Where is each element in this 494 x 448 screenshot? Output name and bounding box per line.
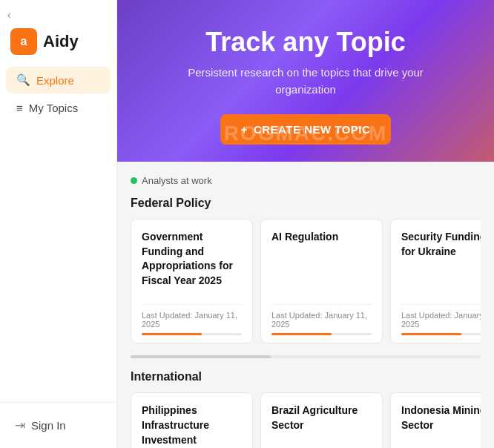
- card-indonesia-mining[interactable]: Indonesia Mining Sector Last Updated: Ja…: [390, 392, 481, 448]
- federal-policy-cards: Government Funding and Appropriations fo…: [131, 219, 481, 343]
- card-security-funding-updated: Last Updated: January 11, 2025: [401, 304, 481, 329]
- explore-icon: 🔍: [16, 73, 30, 87]
- card-gov-funding-progress-bar: [142, 333, 202, 335]
- federal-policy-scrollbar: [131, 355, 481, 358]
- main-content: Track any Topic Persistent research on t…: [117, 0, 494, 448]
- sidebar: ‹ a Aidy 🔍 Explore ≡ My Topics ⇥ Sign In: [0, 0, 117, 448]
- sidebar-nav: 🔍 Explore ≡ My Topics: [0, 65, 116, 122]
- federal-policy-title: Federal Policy: [131, 197, 481, 210]
- federal-policy-section: Federal Policy Government Funding and Ap…: [131, 197, 481, 358]
- analysts-label: Analysts at work: [142, 175, 212, 186]
- sidebar-item-explore-label: Explore: [36, 74, 74, 87]
- hero-section: Track any Topic Persistent research on t…: [117, 0, 494, 162]
- card-ai-regulation-updated: Last Updated: January 11, 2025: [271, 304, 372, 329]
- federal-policy-scrollbar-thumb: [131, 355, 271, 358]
- international-cards: Philippines Infrastructure Investment La…: [131, 392, 481, 448]
- collapse-icon: ‹: [7, 9, 11, 21]
- card-gov-funding-updated: Last Updated: January 11, 2025: [142, 304, 242, 329]
- content-area: Analysts at work Federal Policy Governme…: [117, 162, 494, 448]
- sidebar-item-my-topics-label: My Topics: [29, 102, 78, 114]
- card-gov-funding-title: Government Funding and Appropriations fo…: [142, 230, 242, 288]
- logo-icon: a: [10, 28, 37, 55]
- international-section: International Philippines Infrastructure…: [131, 370, 481, 448]
- card-brazil-agriculture-title: Brazil Agriculture Sector: [271, 403, 372, 439]
- card-philippines-infra[interactable]: Philippines Infrastructure Investment La…: [131, 392, 253, 448]
- card-ai-regulation-title: AI Regulation: [271, 230, 372, 266]
- sign-in-label: Sign In: [31, 419, 66, 432]
- sidebar-item-explore[interactable]: 🔍 Explore: [6, 67, 111, 93]
- card-gov-funding[interactable]: Government Funding and Appropriations fo…: [131, 219, 253, 343]
- card-gov-funding-progress: [142, 333, 242, 335]
- card-philippines-infra-title: Philippines Infrastructure Investment: [142, 403, 242, 447]
- card-ai-regulation-progress-bar: [271, 333, 332, 335]
- hero-subtitle: Persistent research on the topics that d…: [180, 65, 432, 98]
- sidebar-item-my-topics[interactable]: ≡ My Topics: [6, 95, 111, 121]
- analysts-badge: Analysts at work: [131, 175, 481, 186]
- card-security-funding[interactable]: Security Funding for Ukraine Last Update…: [390, 219, 481, 343]
- watermark: ROGMAC.COM: [224, 122, 388, 145]
- international-title: International: [131, 370, 481, 383]
- sign-in-button[interactable]: ⇥ Sign In: [10, 413, 106, 438]
- logo-text: Aidy: [43, 32, 79, 51]
- card-brazil-agriculture[interactable]: Brazil Agriculture Sector Last Updated: …: [260, 392, 383, 448]
- sidebar-bottom: ⇥ Sign In: [0, 402, 116, 448]
- card-security-funding-progress: [401, 333, 481, 335]
- list-icon: ≡: [16, 102, 23, 114]
- card-indonesia-mining-title: Indonesia Mining Sector: [401, 403, 481, 439]
- logo-initial: a: [21, 35, 27, 48]
- card-security-funding-progress-bar: [401, 333, 461, 335]
- sidebar-toggle[interactable]: ‹: [0, 0, 116, 24]
- card-ai-regulation[interactable]: AI Regulation Last Updated: January 11, …: [260, 219, 383, 343]
- logo-area: a Aidy: [0, 24, 116, 65]
- hero-title: Track any Topic: [205, 27, 405, 57]
- analysts-dot: [131, 177, 137, 184]
- sign-in-icon: ⇥: [15, 418, 25, 433]
- card-ai-regulation-progress: [271, 333, 372, 335]
- card-security-funding-title: Security Funding for Ukraine: [401, 230, 481, 266]
